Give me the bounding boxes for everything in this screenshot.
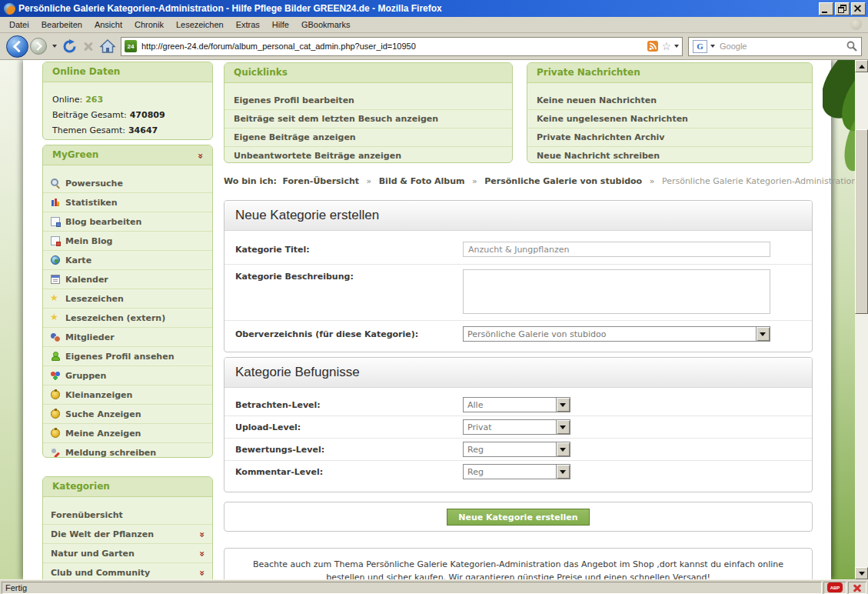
site-favicon: 24 (125, 40, 137, 52)
dropdown-arrow-icon (556, 420, 570, 434)
breadcrumb-photo-album[interactable]: Bild & Foto Album (379, 176, 465, 186)
upload-level-label: Upload-Level: (235, 422, 463, 432)
members-icon (51, 332, 60, 342)
sidebar-item-blog-bearbeiten[interactable]: Blog bearbeiten (43, 212, 212, 231)
profile-icon (51, 352, 60, 361)
sidebar-item-statistiken[interactable]: Statistiken (43, 192, 212, 212)
back-button[interactable] (6, 35, 28, 58)
breadcrumb: Wo bin ich: Foren-Übersicht » Bild & Fot… (224, 176, 813, 186)
quicklink-unanswered-posts[interactable]: Unbeantwortete Beiträge anzeigen (224, 146, 512, 163)
pm-archive[interactable]: Private Nachrichten Archiv (527, 128, 812, 146)
home-button[interactable] (100, 39, 115, 53)
quicklinks-title: Quicklinks (234, 63, 288, 82)
expand-chevron-icon[interactable] (198, 551, 206, 556)
sidebar-item-karte[interactable]: Karte (43, 250, 212, 269)
private-messages-title: Private Nachrichten (537, 63, 640, 82)
menu-lesezeichen[interactable]: Lesezeichen (170, 18, 230, 31)
expand-chevron-icon[interactable] (198, 532, 206, 536)
vertical-scrollbar[interactable] (855, 60, 868, 579)
pm-write-new[interactable]: Neue Nachricht schreiben (527, 146, 812, 163)
status-text: Fertig (2, 582, 822, 594)
sidebar-item-welt-der-pflanzen[interactable]: Die Welt der Pflanzen (43, 524, 212, 543)
sidebar-item-suche-anzeigen[interactable]: Suche Anzeigen (43, 404, 212, 423)
category-description-input[interactable] (463, 269, 770, 314)
sidebar-item-club-und-community[interactable]: Club und Community (43, 562, 212, 579)
menu-datei[interactable]: Datei (3, 18, 35, 31)
search-input[interactable] (718, 41, 843, 52)
sidebar-item-lesezeichen-extern[interactable]: Lesezeichen (extern) (43, 308, 212, 327)
classifieds-icon (51, 429, 60, 438)
comment-level-select[interactable]: Reg (463, 464, 570, 479)
scrollbar-thumb[interactable] (855, 129, 868, 314)
quicklink-edit-profile[interactable]: Eigenes Profil bearbeiten (224, 92, 512, 109)
sidebar-item-forenuebersicht[interactable]: Forenübersicht (43, 506, 212, 524)
history-dropdown-icon[interactable] (52, 45, 57, 48)
quicklink-posts-since-visit[interactable]: Beiträge seit dem letzten Besuch anzeige… (224, 109, 512, 128)
online-daten-panel: Online Daten Online: 263 Beiträge Gesamt… (42, 62, 213, 140)
breadcrumb-forum-overview[interactable]: Foren-Übersicht (282, 176, 359, 186)
sidebar-item-meldung-schreiben[interactable]: Meldung schreiben (43, 442, 212, 458)
collapse-chevron-icon[interactable] (197, 153, 205, 158)
sidebar-item-eigenes-profil[interactable]: Eigenes Profil ansehen (43, 346, 212, 365)
sidebar-item-mitglieder[interactable]: Mitglieder (43, 327, 212, 346)
upload-level-select[interactable]: Privat (463, 419, 570, 435)
page-viewport: Online Daten Online: 263 Beiträge Gesamt… (0, 60, 868, 579)
kategorien-panel: Kategorien Forenübersicht Die Welt der P… (42, 476, 213, 579)
sidebar-item-kalender[interactable]: Kalender (43, 269, 212, 289)
sidebar-item-mein-blog[interactable]: Mein Blog (43, 231, 212, 250)
bookmark-star-icon (51, 313, 60, 322)
bookmark-star-icon[interactable]: ☆ (661, 41, 671, 52)
breadcrumb-personal-gallery[interactable]: Persönliche Galerie von stubidoo (484, 176, 642, 186)
menu-extras[interactable]: Extras (230, 18, 266, 31)
url-input[interactable] (140, 41, 644, 52)
url-dropdown-icon[interactable] (674, 45, 679, 48)
parent-directory-select[interactable]: Persönliche Galerie von stubidoo (463, 326, 770, 342)
pm-no-new-messages[interactable]: Keine neuen Nachrichten (527, 92, 812, 109)
quicklink-own-posts[interactable]: Eigene Beiträge anzeigen (224, 128, 512, 146)
view-level-select[interactable]: Alle (463, 397, 570, 412)
close-button[interactable] (851, 2, 866, 15)
restore-button[interactable] (835, 2, 850, 15)
statistics-icon (51, 198, 60, 207)
stop-button[interactable] (82, 40, 95, 52)
menu-gbookmarks[interactable]: GBookmarks (295, 18, 357, 31)
menu-bearbeiten[interactable]: Bearbeiten (35, 18, 88, 31)
menu-hilfe[interactable]: Hilfe (266, 18, 295, 31)
reload-button[interactable] (62, 39, 77, 54)
breadcrumb-prefix: Wo bin ich: (224, 176, 277, 186)
forward-button[interactable] (30, 38, 47, 55)
sidebar-item-natur-und-garten[interactable]: Natur und Garten (43, 543, 212, 562)
search-bar[interactable]: G (688, 37, 862, 56)
create-category-button[interactable]: Neue Kategorie erstellen (447, 509, 589, 526)
mygreen-title: MyGreen (52, 145, 98, 165)
map-icon (51, 255, 60, 265)
menu-ansicht[interactable]: Ansicht (88, 18, 128, 31)
sidebar-item-gruppen[interactable]: Gruppen (43, 365, 212, 385)
menubar: Datei Bearbeiten Ansicht Chronik Lesezei… (0, 17, 868, 33)
rss-feed-icon[interactable] (647, 41, 658, 52)
scroll-down-button[interactable] (855, 567, 868, 579)
parent-directory-row: Oberverzeichnis (für diese Kategorie): P… (224, 320, 812, 347)
category-title-input[interactable] (463, 242, 770, 257)
upload-level-row: Upload-Level: Privat (224, 415, 812, 438)
sidebar-item-lesezeichen[interactable]: Lesezeichen (43, 289, 212, 308)
sidebar-item-kleinanzeigen[interactable]: Kleinanzeigen (43, 385, 212, 404)
pm-no-unread-messages[interactable]: Keine ungelesenen Nachrichten (527, 109, 812, 128)
adblock-plus-icon[interactable]: ABP (823, 582, 846, 594)
rating-level-row: Bewertungs-Level: Reg (224, 438, 812, 460)
rating-level-select[interactable]: Reg (463, 442, 570, 457)
blog-edit-icon (51, 217, 60, 226)
category-title-row: Kategorie Titel: (224, 235, 812, 264)
scroll-up-button[interactable] (855, 60, 868, 72)
address-bar[interactable]: 24 ☆ (121, 37, 683, 56)
expand-chevron-icon[interactable] (198, 570, 206, 575)
search-icon[interactable] (846, 41, 857, 52)
engine-dropdown-icon[interactable] (710, 45, 715, 48)
sidebar-item-powersuche[interactable]: Powersuche (43, 174, 212, 192)
menu-chronik[interactable]: Chronik (128, 18, 170, 31)
status-bar: Fertig ABP (0, 579, 868, 594)
minimize-button[interactable] (819, 2, 833, 15)
statusbar-close-icon[interactable] (848, 582, 866, 594)
create-category-panel: Neue Kategorie erstellen Kategorie Titel… (224, 200, 813, 352)
sidebar-item-meine-anzeigen[interactable]: Meine Anzeigen (43, 423, 212, 442)
